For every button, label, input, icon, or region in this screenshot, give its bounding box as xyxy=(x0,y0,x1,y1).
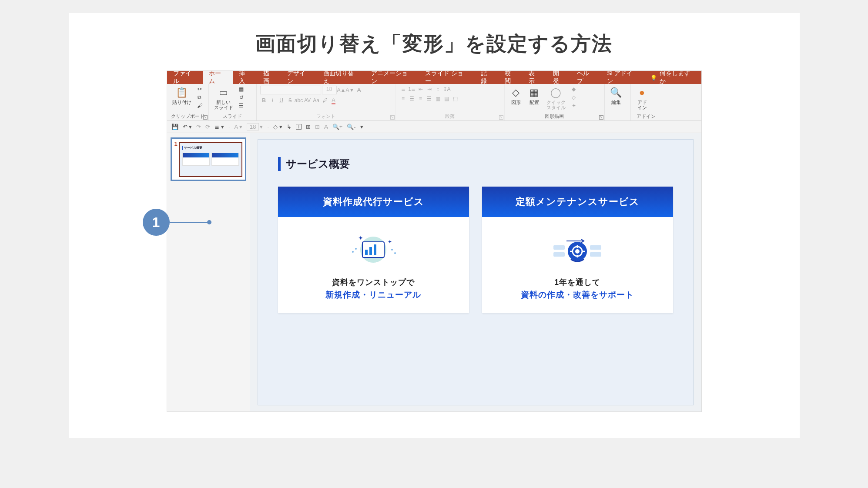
tab-animations[interactable]: アニメーション xyxy=(365,71,419,84)
shrink-font-icon[interactable]: A▼ xyxy=(346,87,354,94)
cut-icon[interactable]: ✂ xyxy=(196,86,204,93)
tab-view[interactable]: 表示 xyxy=(523,71,546,84)
align-right-icon[interactable]: ≡ xyxy=(417,95,425,102)
svg-rect-14 xyxy=(590,252,601,257)
tell-me-label: 何をしますか xyxy=(660,70,695,85)
tell-me[interactable]: 何をしますか xyxy=(644,71,701,84)
slide-content[interactable]: サービス概要 資料作成代行サービス xyxy=(258,139,694,405)
editor-area: 1 サービス概要 サービス概要 資料作成代行サービス xyxy=(167,133,701,411)
qat-dropdown-icon[interactable]: ▾ xyxy=(360,124,363,130)
undo-icon[interactable]: ↶ ▾ xyxy=(183,124,192,130)
repeat-icon[interactable]: ⟳ xyxy=(205,124,210,130)
shape-fill-icon[interactable]: ◆ xyxy=(570,86,578,93)
group-qat-icon[interactable]: ⊡ xyxy=(315,124,320,130)
paste-button[interactable]: 📋 貼り付け xyxy=(171,86,193,106)
shapes-qat-icon[interactable]: ◇ ▾ xyxy=(273,124,282,130)
font-size-qat[interactable]: 18 ▾ xyxy=(247,123,263,130)
shadow-icon[interactable]: abc xyxy=(295,97,303,104)
format-painter-icon[interactable]: 🖌 xyxy=(196,102,204,109)
group-drawing: ◇ 図形 ▦ 配置 ◯ クイック スタイル ◆ ◇ ✦ xyxy=(505,84,605,120)
group-editing: 🔍 編集 xyxy=(605,84,631,120)
group-slides: ▭ 新しい スライド ▦ ↺ ☰ スライド xyxy=(209,84,257,120)
section-icon[interactable]: ☰ xyxy=(238,102,245,109)
line-spacing-icon[interactable]: ↕ xyxy=(434,86,442,93)
tab-record[interactable]: 記録 xyxy=(475,71,499,84)
align-qat-icon[interactable]: ⊞ xyxy=(306,124,311,130)
tab-file[interactable]: ファイル xyxy=(167,71,203,84)
tab-slideshow[interactable]: スライド ショー xyxy=(419,71,475,84)
group-paragraph: ≣ 1≣ ⇤ ⇥ ↕ ↧A ≡ ☰ ≡ ☰ ▥ ▤ ⬚ xyxy=(396,84,505,120)
indent-inc-icon[interactable]: ⇥ xyxy=(426,86,433,93)
bullets-qat-icon[interactable]: ≣ ▾ xyxy=(214,124,224,130)
font-family-box[interactable] xyxy=(260,86,321,94)
strike-icon[interactable]: S̶ xyxy=(286,97,294,104)
clear-format-icon[interactable]: A̶ xyxy=(355,87,363,94)
italic-icon[interactable]: I xyxy=(269,97,277,104)
align-left-icon[interactable]: ≡ xyxy=(399,95,407,102)
tab-design[interactable]: デザイン xyxy=(281,71,317,84)
indent-dec-icon[interactable]: ⇤ xyxy=(417,86,425,93)
highlight-icon[interactable]: 🖍 xyxy=(321,97,329,104)
justify-icon[interactable]: ☰ xyxy=(426,95,433,102)
tab-transitions[interactable]: 画面切り替え xyxy=(317,71,365,84)
save-icon[interactable]: 💾 xyxy=(171,124,178,130)
shapes-button[interactable]: ◇ 図形 xyxy=(508,86,524,106)
align-center-icon[interactable]: ☰ xyxy=(408,95,416,102)
editing-button[interactable]: 🔍 編集 xyxy=(608,86,624,106)
new-slide-button[interactable]: ▭ 新しい スライド xyxy=(212,86,235,111)
zoom-out-icon[interactable]: 🔍- xyxy=(347,124,355,130)
tab-help[interactable]: ヘルプ xyxy=(571,71,601,84)
svg-text:✦: ✦ xyxy=(388,239,392,245)
layout-icon[interactable]: ▦ xyxy=(238,86,245,93)
bold-icon[interactable]: B xyxy=(260,97,268,104)
arrange-button[interactable]: ▦ 配置 xyxy=(526,86,542,106)
slide-thumbnail-1[interactable]: 1 サービス概要 xyxy=(171,137,246,181)
bullets-icon[interactable]: ≣ xyxy=(399,86,407,93)
svg-point-16 xyxy=(575,249,580,254)
quick-styles-button[interactable]: ◯ クイック スタイル xyxy=(545,86,567,111)
redo-icon[interactable]: ↷ xyxy=(196,124,201,130)
tab-home[interactable]: ホーム xyxy=(203,71,233,84)
format-qat-icon[interactable]: A̶ xyxy=(324,124,328,130)
clipboard-dialog-launcher[interactable]: ↘ xyxy=(203,115,208,120)
columns-icon[interactable]: ▥ xyxy=(434,95,442,102)
char-spacing-icon[interactable]: AV xyxy=(304,97,312,104)
thumb-preview: サービス概要 xyxy=(179,142,242,177)
textbox-qat-icon[interactable]: 🅃 xyxy=(296,124,302,130)
separator: · xyxy=(228,124,230,130)
tab-developer[interactable]: 開発 xyxy=(547,71,571,84)
numbering-icon[interactable]: 1≣ xyxy=(408,86,416,93)
group-addins: ● アド イン アドイン xyxy=(631,84,661,120)
zoom-in-icon[interactable]: 🔍+ xyxy=(332,124,343,130)
tab-insert[interactable]: 挿入 xyxy=(233,71,257,84)
card1-head: 資料作成代行サービス xyxy=(278,187,469,217)
tab-draw[interactable]: 描画 xyxy=(257,71,281,84)
connector-qat-icon[interactable]: ↳ xyxy=(287,124,292,130)
drawing-group-label: 図形描画 xyxy=(508,113,601,120)
font-color-icon[interactable]: A xyxy=(330,97,338,104)
copy-icon[interactable]: ⧉ xyxy=(196,94,204,101)
ribbon-tabs: ファイル ホーム 挿入 描画 デザイン 画面切り替え アニメーション スライド … xyxy=(167,71,701,84)
powerpoint-window: ファイル ホーム 挿入 描画 デザイン 画面切り替え アニメーション スライド … xyxy=(167,70,702,412)
slide-canvas[interactable]: サービス概要 資料作成代行サービス xyxy=(250,133,701,411)
text-direction-icon[interactable]: ↧A xyxy=(443,86,451,93)
tab-review[interactable]: 校閲 xyxy=(499,71,523,84)
font-color-qat-icon[interactable]: A ▾ xyxy=(234,124,242,130)
change-case-icon[interactable]: Aa xyxy=(312,97,320,104)
font-dialog-launcher[interactable]: ↘ xyxy=(390,115,395,120)
grow-font-icon[interactable]: A▲ xyxy=(338,87,345,94)
tab-addin[interactable]: SLアドイン xyxy=(601,71,644,84)
drawing-dialog-launcher[interactable]: ↘ xyxy=(599,115,603,120)
svg-rect-2 xyxy=(365,250,368,255)
addin-button[interactable]: ● アド イン xyxy=(634,86,650,111)
shape-effects-icon[interactable]: ✦ xyxy=(570,102,578,109)
card2-illustration xyxy=(486,230,669,269)
font-size-box[interactable]: 18 xyxy=(322,86,337,94)
slides-group-label: スライド xyxy=(212,113,253,120)
shape-outline-icon[interactable]: ◇ xyxy=(570,94,578,101)
smartart-icon[interactable]: ⬚ xyxy=(452,95,459,102)
align-text-icon[interactable]: ▤ xyxy=(443,95,451,102)
underline-icon[interactable]: U xyxy=(278,97,285,104)
reset-icon[interactable]: ↺ xyxy=(238,94,245,101)
paragraph-dialog-launcher[interactable]: ↘ xyxy=(499,115,503,120)
